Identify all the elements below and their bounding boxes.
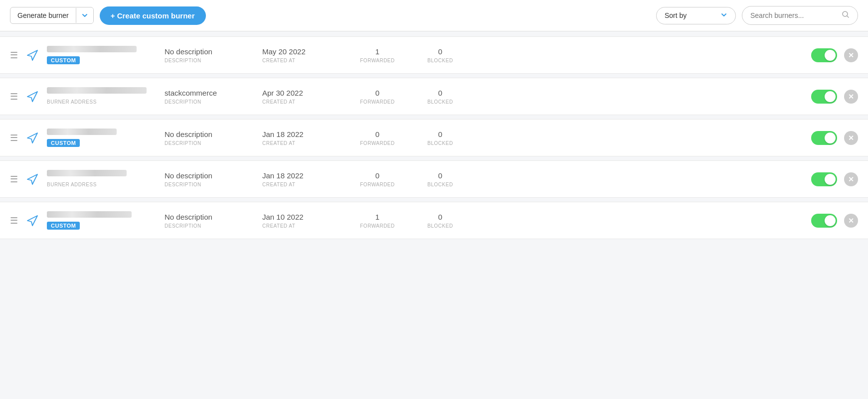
date-section: Jan 18 2022 CREATED AT — [262, 171, 342, 187]
table-row: ☰ BURNER ADDRESS No description DESCRIPT… — [0, 160, 868, 198]
forwarded-label: FORWARDED — [350, 58, 405, 63]
description-section: No description DESCRIPTION — [165, 213, 254, 229]
drag-handle-icon[interactable]: ☰ — [10, 216, 18, 225]
forwarded-value: 0 — [350, 89, 405, 97]
sort-dropdown-arrow — [720, 11, 727, 20]
table-row: ☰ BURNER ADDRESS stackcommerce DESCRIPTI… — [0, 78, 868, 115]
description-label: DESCRIPTION — [165, 140, 254, 146]
date-section: Jan 10 2022 CREATED AT — [262, 213, 342, 229]
enable-toggle[interactable] — [811, 90, 837, 104]
blocked-section: 0 BLOCKED — [413, 89, 468, 105]
burner-list: ☰ CUSTOM No description DESCRIPTION May … — [0, 31, 868, 248]
burner-send-icon — [26, 90, 39, 103]
date-value: Jan 18 2022 — [262, 171, 342, 180]
toggle-thumb — [825, 133, 836, 143]
blocked-section: 0 BLOCKED — [413, 171, 468, 187]
date-section: Apr 30 2022 CREATED AT — [262, 89, 342, 105]
blurred-email-address — [47, 170, 127, 176]
toggle-thumb — [825, 91, 836, 102]
blocked-label: BLOCKED — [413, 182, 468, 187]
description-label: DESCRIPTION — [165, 58, 254, 63]
table-row: ☰ CUSTOM No description DESCRIPTION May … — [0, 36, 868, 74]
toggle-section: ✕ — [811, 131, 858, 145]
blurred-email-address — [47, 129, 117, 135]
delete-burner-button[interactable]: ✕ — [844, 172, 858, 186]
search-icon — [842, 10, 850, 20]
generate-burner-button[interactable]: Generate burner — [10, 7, 94, 24]
burner-send-icon — [26, 173, 39, 186]
description-section: No description DESCRIPTION — [165, 171, 254, 187]
description-section: No description DESCRIPTION — [165, 47, 254, 63]
generate-burner-label: Generate burner — [10, 7, 76, 23]
address-section: CUSTOM — [47, 129, 157, 147]
burner-send-icon — [26, 49, 39, 62]
forwarded-value: 0 — [350, 130, 405, 138]
blocked-value: 0 — [413, 89, 468, 97]
address-section: BURNER ADDRESS — [47, 170, 157, 188]
blocked-label: BLOCKED — [413, 99, 468, 105]
custom-badge: CUSTOM — [47, 222, 80, 230]
description-section: stackcommerce DESCRIPTION — [165, 89, 254, 105]
blurred-email-address — [47, 46, 137, 52]
address-section: BURNER ADDRESS — [47, 87, 157, 106]
date-value: Apr 30 2022 — [262, 89, 342, 97]
blocked-label: BLOCKED — [413, 223, 468, 229]
date-value: Jan 10 2022 — [262, 213, 342, 221]
enable-toggle[interactable] — [811, 131, 837, 145]
forwarded-label: FORWARDED — [350, 223, 405, 229]
create-custom-burner-button[interactable]: + Create custom burner — [100, 6, 206, 25]
enable-toggle[interactable] — [811, 214, 837, 228]
date-label: CREATED AT — [262, 58, 342, 63]
date-label: CREATED AT — [262, 99, 342, 105]
delete-burner-button[interactable]: ✕ — [844, 48, 858, 62]
description-section: No description DESCRIPTION — [165, 130, 254, 146]
sort-by-dropdown[interactable]: Sort by — [656, 7, 736, 24]
date-value: May 20 2022 — [262, 47, 342, 56]
blocked-value: 0 — [413, 130, 468, 138]
blurred-email-address — [47, 211, 132, 218]
toggle-thumb — [825, 215, 836, 226]
blocked-value: 0 — [413, 213, 468, 221]
forwarded-section: 0 FORWARDED — [350, 171, 405, 187]
enable-toggle[interactable] — [811, 48, 837, 62]
forwarded-section: 1 FORWARDED — [350, 47, 405, 63]
toggle-section: ✕ — [811, 90, 858, 104]
description-label: DESCRIPTION — [165, 99, 254, 105]
top-bar: Generate burner + Create custom burner S… — [0, 0, 868, 31]
description-label: DESCRIPTION — [165, 223, 254, 229]
blocked-section: 0 BLOCKED — [413, 130, 468, 146]
blocked-value: 0 — [413, 171, 468, 180]
toggle-thumb — [825, 50, 836, 61]
forwarded-label: FORWARDED — [350, 99, 405, 105]
burner-send-icon — [26, 132, 39, 144]
description-value: No description — [165, 171, 254, 180]
custom-badge: CUSTOM — [47, 139, 80, 147]
toggle-section: ✕ — [811, 214, 858, 228]
delete-burner-button[interactable]: ✕ — [844, 131, 858, 145]
forwarded-value: 1 — [350, 213, 405, 221]
drag-handle-icon[interactable]: ☰ — [10, 51, 18, 60]
date-section: Jan 18 2022 CREATED AT — [262, 130, 342, 146]
address-section: CUSTOM — [47, 46, 157, 64]
delete-burner-button[interactable]: ✕ — [844, 90, 858, 104]
description-value: stackcommerce — [165, 89, 254, 97]
create-custom-burner-label: + Create custom burner — [111, 11, 195, 20]
delete-burner-button[interactable]: ✕ — [844, 214, 858, 228]
address-label: BURNER ADDRESS — [47, 182, 97, 187]
sort-by-label: Sort by — [665, 11, 687, 19]
table-row: ☰ CUSTOM No description DESCRIPTION Jan … — [0, 119, 868, 156]
description-value: No description — [165, 213, 254, 221]
blocked-label: BLOCKED — [413, 58, 468, 63]
forwarded-section: 1 FORWARDED — [350, 213, 405, 229]
date-label: CREATED AT — [262, 223, 342, 229]
description-value: No description — [165, 47, 254, 56]
enable-toggle[interactable] — [811, 172, 837, 186]
drag-handle-icon[interactable]: ☰ — [10, 133, 18, 142]
drag-handle-icon[interactable]: ☰ — [10, 92, 18, 101]
search-input[interactable] — [750, 11, 838, 19]
forwarded-value: 1 — [350, 47, 405, 56]
date-label: CREATED AT — [262, 140, 342, 146]
generate-burner-dropdown-arrow[interactable] — [76, 8, 93, 23]
drag-handle-icon[interactable]: ☰ — [10, 175, 18, 184]
blocked-label: BLOCKED — [413, 140, 468, 146]
